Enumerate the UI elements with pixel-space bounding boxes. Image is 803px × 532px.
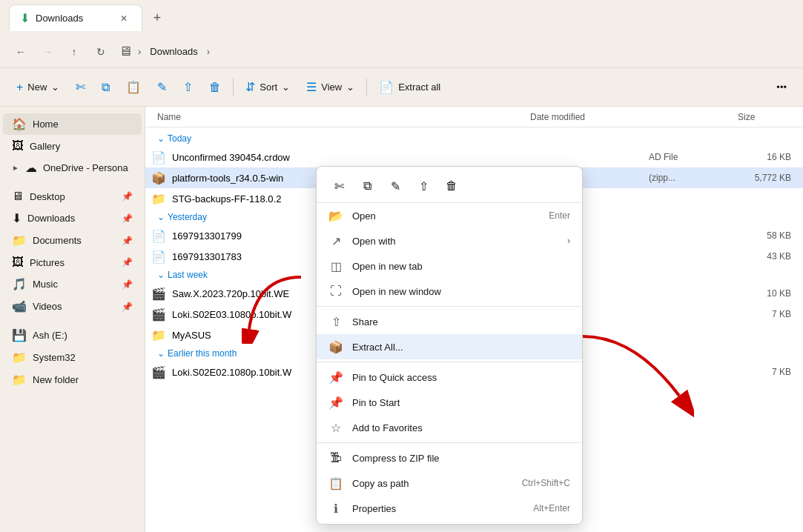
ctx-favorites-label: Add to Favorites xyxy=(352,422,570,433)
breadcrumb[interactable]: Downloads xyxy=(144,43,203,60)
ctx-delete-button[interactable]: 🗑 xyxy=(438,174,465,198)
ctx-share-button[interactable]: ⇧ xyxy=(410,174,437,198)
sidebar-documents-label: Documents xyxy=(33,235,82,246)
onedrive-icon: ☁ xyxy=(25,161,37,175)
ctx-properties-icon: ℹ xyxy=(328,501,343,516)
view-button[interactable]: ☰ View ⌄ xyxy=(299,76,362,99)
ctx-pin-start-label: Pin to Start xyxy=(352,397,570,408)
file-icon-1783: 📄 xyxy=(151,250,166,264)
ctx-pin-quick[interactable]: 📌 Pin to Quick access xyxy=(317,365,582,390)
address-bar: ← → ↑ ↻ 🖥 › Downloads › xyxy=(0,36,803,68)
ctx-open-new-window[interactable]: ⛶ Open in new window xyxy=(317,279,582,304)
paste-icon: 📋 xyxy=(126,80,141,94)
delete-button[interactable]: 🗑 xyxy=(202,76,228,99)
system32-icon: 📁 xyxy=(12,350,27,365)
more-button[interactable]: ••• xyxy=(769,77,794,97)
tab-download-icon: ⬇ xyxy=(20,11,30,25)
sidebar-item-gallery[interactable]: 🖼 Gallery xyxy=(3,136,142,156)
downloads-icon: ⬇ xyxy=(12,211,22,225)
tab-downloads[interactable]: ⬇ Downloads ✕ xyxy=(9,4,142,31)
breadcrumb-sep-2: › xyxy=(207,46,210,57)
sidebar-item-music[interactable]: 🎵 Music 📌 xyxy=(3,273,142,295)
new-tab-button[interactable]: + xyxy=(145,6,169,30)
group-earlier-label: Earlier this month xyxy=(168,348,237,359)
ctx-copy-button[interactable]: ⧉ xyxy=(354,174,380,198)
file-icon-myasus: 📁 xyxy=(151,328,166,342)
ctx-compress-label: Compress to ZIP file xyxy=(352,453,570,464)
sidebar-item-pictures[interactable]: 🖼 Pictures 📌 xyxy=(3,252,142,273)
ctx-share-icon: ⇧ xyxy=(328,314,343,329)
new-button[interactable]: + New ⌄ xyxy=(9,76,67,99)
ctx-open-new-tab[interactable]: ◫ Open in new tab xyxy=(317,253,582,279)
file-row[interactable]: 📄 Unconfirmed 390454.crdow AD File 16 KB xyxy=(145,147,803,167)
group-today[interactable]: ⌄ Today xyxy=(145,130,803,147)
back-button[interactable]: ← xyxy=(9,40,33,64)
ctx-rename-button[interactable]: ✎ xyxy=(382,174,409,198)
file-list-header: Name Date modified Size xyxy=(145,107,803,127)
group-yesterday-label: Yesterday xyxy=(168,212,207,222)
extract-all-button[interactable]: 📄 Extract all xyxy=(371,76,448,99)
ctx-cut-button[interactable]: ✄ xyxy=(326,174,352,198)
sort-label: Sort xyxy=(260,82,277,93)
ctx-extract-all[interactable]: 📦 Extract All... xyxy=(317,334,582,359)
cut-icon: ✄ xyxy=(76,80,85,94)
share-icon: ⇧ xyxy=(183,80,193,94)
sidebar-item-ash[interactable]: 💾 Ash (E:) xyxy=(3,325,142,346)
sidebar-item-documents[interactable]: 📁 Documents 📌 xyxy=(3,230,142,251)
col-header-date: Date modified xyxy=(530,112,649,122)
context-menu: ✄ ⧉ ✎ ⇧ 🗑 📂 Open Enter ↗ Open with › ◫ O… xyxy=(316,166,583,525)
ctx-copy-path[interactable]: 📋 Copy as path Ctrl+Shift+C xyxy=(317,471,582,496)
sidebar-item-desktop[interactable]: 🖥 Desktop 📌 xyxy=(3,186,142,207)
copy-icon: ⧉ xyxy=(102,81,110,94)
new-label: New xyxy=(27,82,47,93)
copy-button[interactable]: ⧉ xyxy=(94,76,117,99)
sidebar-item-newfolder[interactable]: 📁 New folder xyxy=(3,369,142,390)
ctx-add-favorites[interactable]: ☆ Add to Favorites xyxy=(317,415,582,440)
file-size-zip: 5,772 KB xyxy=(738,173,797,183)
file-size-loki2: 7 KB xyxy=(738,367,797,377)
ctx-properties[interactable]: ℹ Properties Alt+Enter xyxy=(317,496,582,521)
rename-button[interactable]: ✎ xyxy=(150,76,174,99)
pin-icon-downloads: 📌 xyxy=(122,213,133,224)
ctx-copy-path-shortcut: Ctrl+Shift+C xyxy=(522,478,570,488)
sidebar-item-system32[interactable]: 📁 System32 xyxy=(3,347,142,368)
tab-title: Downloads xyxy=(36,13,83,24)
ctx-copy-path-icon: 📋 xyxy=(328,476,343,491)
ctx-properties-label: Properties xyxy=(352,503,524,514)
group-earlier-arrow: ⌄ xyxy=(157,348,165,359)
documents-icon: 📁 xyxy=(12,233,27,247)
refresh-button[interactable]: ↻ xyxy=(89,40,113,64)
ctx-open-label: Open xyxy=(352,210,540,222)
forward-button[interactable]: → xyxy=(36,40,59,64)
share-button[interactable]: ⇧ xyxy=(176,76,200,99)
breadcrumb-downloads: Downloads xyxy=(150,46,197,57)
group-today-label: Today xyxy=(168,133,191,144)
ctx-pin-start-icon: 📌 xyxy=(328,395,343,410)
sidebar-item-onedrive[interactable]: ► ☁ OneDrive - Persona xyxy=(3,157,142,179)
ctx-open[interactable]: 📂 Open Enter xyxy=(317,203,582,228)
tab-close-button[interactable]: ✕ xyxy=(116,11,131,26)
sort-button[interactable]: ⇵ Sort ⌄ xyxy=(238,76,297,99)
sidebar-item-home[interactable]: 🏠 Home xyxy=(3,113,142,135)
ctx-share[interactable]: ⇧ Share xyxy=(317,309,582,334)
ctx-open-with[interactable]: ↗ Open with › xyxy=(317,228,582,253)
group-lastweek-label: Last week xyxy=(168,270,208,280)
view-icon: ☰ xyxy=(306,80,317,94)
ctx-open-icon: 📂 xyxy=(328,208,343,223)
ctx-open-with-label: Open with xyxy=(352,236,558,247)
sidebar-item-downloads[interactable]: ⬇ Downloads 📌 xyxy=(3,207,142,229)
ctx-new-tab-icon: ◫ xyxy=(328,259,343,273)
ctx-new-window-label: Open in new window xyxy=(352,286,570,297)
sidebar-downloads-label: Downloads xyxy=(27,213,75,224)
sidebar-desktop-label: Desktop xyxy=(30,191,65,202)
newfolder-icon: 📁 xyxy=(12,373,27,387)
ctx-pin-start[interactable]: 📌 Pin to Start xyxy=(317,390,582,415)
sidebar-item-videos[interactable]: 📹 Videos 📌 xyxy=(3,296,142,317)
cut-button[interactable]: ✄ xyxy=(68,76,93,99)
videos-icon: 📹 xyxy=(12,299,27,313)
ctx-compress-zip[interactable]: 🗜 Compress to ZIP file xyxy=(317,445,582,471)
up-button[interactable]: ↑ xyxy=(62,40,86,64)
file-type-zip: (zipp... xyxy=(649,173,738,183)
more-label: ••• xyxy=(776,82,787,93)
paste-button[interactable]: 📋 xyxy=(119,76,148,99)
